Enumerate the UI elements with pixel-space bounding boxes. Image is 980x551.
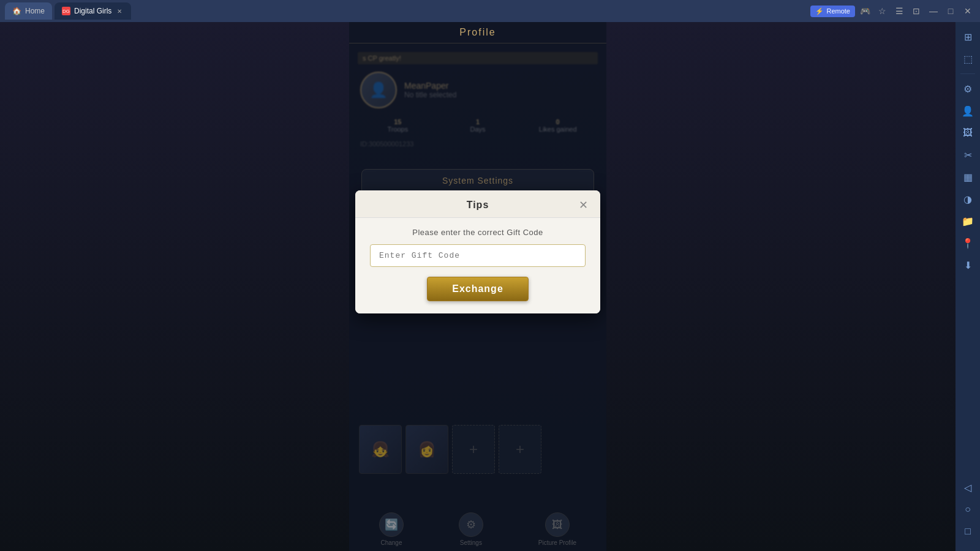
bookmark-icon[interactable]: ☆ <box>875 4 889 18</box>
likes-label: Likes gained <box>520 126 595 133</box>
change-icon: 🔄 <box>379 512 404 537</box>
remote-icon: ⚡ <box>815 7 824 15</box>
maximize-button[interactable]: □ <box>943 4 958 18</box>
change-label: Change <box>380 539 402 546</box>
game-panel: Profile s CP greatly! 👤 MeanPaper No tit… <box>349 22 606 551</box>
sidebar-arrow-icon[interactable]: ◁ <box>958 478 978 497</box>
tab-close-button[interactable]: ✕ <box>115 7 124 15</box>
browser-right-icons: ⚡ Remote 🎮 ☆ ☰ ⊡ — □ ✕ <box>810 0 980 22</box>
player-id: ID:300500001233 <box>355 138 600 150</box>
gift-code-input[interactable] <box>370 244 586 267</box>
tips-close-button[interactable]: ✕ <box>576 198 590 212</box>
troops-stat: 15 Troops <box>360 118 435 133</box>
home-tab-label: Home <box>25 7 45 15</box>
minimize-button[interactable]: — <box>926 4 941 18</box>
character-gallery: 👧 👩 + + <box>354 421 546 478</box>
days-label: Days <box>440 126 516 133</box>
nav-picture-profile[interactable]: 🖼 Picture Profile <box>538 512 576 546</box>
tips-title: Tips <box>380 200 576 211</box>
sidebar-screenshot-icon[interactable]: ⬚ <box>958 49 978 69</box>
sidebar-download-icon[interactable]: ⬇ <box>958 255 978 275</box>
yellow-banner: s CP greatly! <box>358 52 598 64</box>
days-stat: 1 Days <box>440 118 516 133</box>
sidebar-circle-icon[interactable]: ○ <box>958 500 978 519</box>
char-thumb-1[interactable]: 👧 <box>359 425 402 474</box>
nav-settings[interactable]: ⚙ Settings <box>459 512 483 546</box>
game-area: Profile s CP greatly! 👤 MeanPaper No tit… <box>0 22 956 551</box>
home-tab-icon: 🏠 <box>12 7 21 15</box>
char-add-button-2[interactable]: + <box>499 425 541 474</box>
close-button[interactable]: ✕ <box>960 4 975 18</box>
profile-content: s CP greatly! 👤 MeanPaper No title selec… <box>349 43 606 156</box>
likes-value: 0 <box>520 118 595 126</box>
troops-label: Troops <box>360 126 435 133</box>
banner-text: s CP greatly! <box>363 54 401 62</box>
profile-title: Profile <box>459 27 496 37</box>
picture-profile-icon: 🖼 <box>545 512 570 537</box>
likes-stat: 0 Likes gained <box>520 118 595 133</box>
sidebar-image-icon[interactable]: 🖼 <box>958 123 978 143</box>
picture-profile-label: Picture Profile <box>538 539 576 546</box>
tab-bar: 🏠 Home DG Digital Girls ✕ <box>5 2 131 20</box>
sidebar-bottom: ◁ ○ □ <box>958 478 978 546</box>
sidebar-square-icon[interactable]: □ <box>958 522 978 541</box>
player-name: MeanPaper <box>404 81 456 91</box>
sidebar-layer-icon[interactable]: ◑ <box>958 189 978 209</box>
char-add-button[interactable]: + <box>452 425 495 474</box>
sidebar-home-icon[interactable]: ⊞ <box>958 27 978 47</box>
exchange-button[interactable]: Exchange <box>427 277 529 301</box>
sidebar-settings-icon[interactable]: ⚙ <box>958 79 978 99</box>
sidebar-folder-icon[interactable]: 📁 <box>958 211 978 231</box>
remote-button[interactable]: ⚡ Remote <box>810 6 855 17</box>
browser-chrome: 🏠 Home DG Digital Girls ✕ ⚡ Remote 🎮 ☆ ☰… <box>0 0 980 22</box>
settings-label: Settings <box>460 539 482 546</box>
tips-modal: Tips ✕ Please enter the correct Gift Cod… <box>355 190 600 313</box>
days-value: 1 <box>440 118 516 126</box>
tips-description: Please enter the correct Gift Code <box>370 228 586 237</box>
digital-girls-tab-label: Digital Girls <box>74 7 111 15</box>
sidebar-user-icon[interactable]: 👤 <box>958 101 978 121</box>
nav-change[interactable]: 🔄 Change <box>379 512 404 546</box>
sidebar-divider-1 <box>960 73 975 74</box>
sidebar-location-icon[interactable]: 📍 <box>958 233 978 253</box>
settings-nav-icon: ⚙ <box>459 512 483 537</box>
extend-icon[interactable]: ⊡ <box>909 4 924 18</box>
sidebar-scissors-icon[interactable]: ✂ <box>958 145 978 165</box>
profile-header: Profile <box>349 22 606 43</box>
tips-modal-body: Please enter the correct Gift Code Excha… <box>355 218 600 313</box>
game-bottom-nav: 🔄 Change ⚙ Settings 🖼 Picture Profile <box>349 508 606 551</box>
digital-girls-favicon: DG <box>62 7 70 15</box>
tab-digital-girls[interactable]: DG Digital Girls ✕ <box>55 2 131 20</box>
exchange-btn-wrapper: Exchange <box>370 277 586 301</box>
tips-modal-header: Tips ✕ <box>355 190 600 218</box>
player-title: No title selected <box>404 91 456 99</box>
profile-avatar-area: 👤 MeanPaper No title selected <box>355 67 600 113</box>
menu-icon[interactable]: ☰ <box>892 4 907 18</box>
troops-value: 15 <box>360 118 435 126</box>
player-avatar: 👤 <box>360 72 397 108</box>
tab-home[interactable]: 🏠 Home <box>5 2 52 20</box>
controller-icon[interactable]: 🎮 <box>858 4 872 18</box>
char-thumb-2[interactable]: 👩 <box>405 425 448 474</box>
remote-label: Remote <box>826 7 850 15</box>
profile-stats: 15 Troops 1 Days 0 Likes gained <box>355 113 600 138</box>
system-settings-title: System Settings <box>362 170 594 192</box>
right-sidebar: ⊞ ⬚ ⚙ 👤 🖼 ✂ ▦ ◑ 📁 📍 ⬇ ◁ ○ □ <box>956 22 980 551</box>
sidebar-layout-icon[interactable]: ▦ <box>958 167 978 187</box>
